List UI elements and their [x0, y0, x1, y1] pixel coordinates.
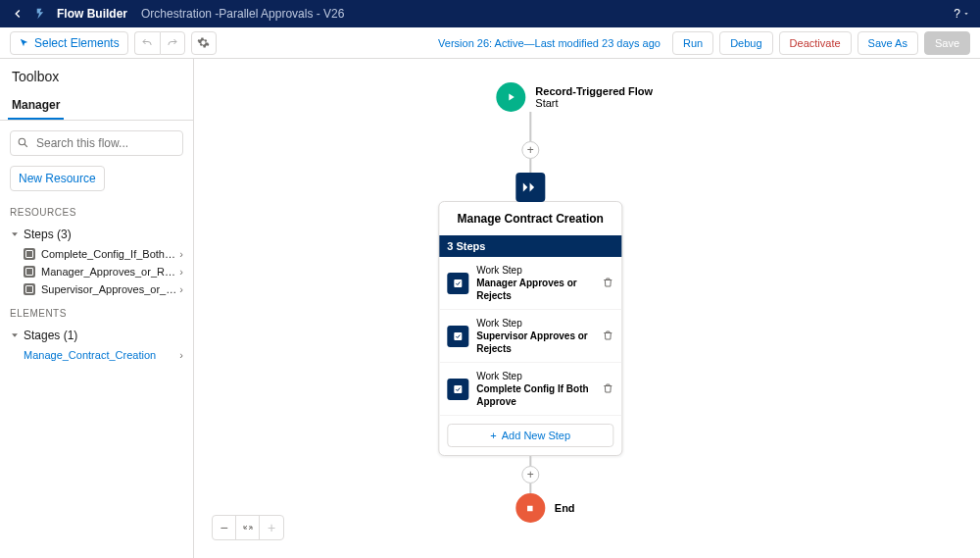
zoom-fit-button[interactable] — [236, 516, 260, 539]
delete-step-button[interactable] — [602, 275, 613, 292]
plus-icon: + — [490, 430, 496, 441]
flow-name: Orchestration -Parallel Approvals - V26 — [141, 7, 344, 21]
work-step-icon — [447, 379, 468, 400]
zoom-controls: − + — [212, 515, 284, 540]
deactivate-button[interactable]: Deactivate — [779, 31, 852, 55]
svg-point-0 — [19, 138, 25, 145]
stop-icon — [524, 503, 535, 514]
resources-header: RESOURCES — [10, 207, 183, 218]
trash-icon — [602, 382, 613, 394]
save-as-button[interactable]: Save As — [858, 31, 918, 55]
chevron-down-icon — [10, 229, 20, 239]
zoom-in-button[interactable]: + — [260, 516, 283, 539]
chevron-right-icon: › — [179, 248, 183, 260]
delete-step-button[interactable] — [602, 380, 613, 398]
stages-group[interactable]: Stages (1) — [10, 325, 183, 346]
stage-arrows-icon — [521, 180, 539, 194]
undo-icon — [141, 37, 153, 49]
redo-icon — [167, 37, 178, 49]
settings-button[interactable] — [191, 31, 217, 55]
step-row[interactable]: Work StepComplete Config If Both Approve — [439, 363, 621, 416]
chevron-right-icon: › — [179, 349, 183, 361]
cursor-icon — [19, 37, 29, 48]
trash-icon — [602, 330, 613, 341]
work-step-icon — [447, 273, 468, 294]
app-name: Flow Builder — [57, 7, 127, 21]
sidebar-item-step[interactable]: Complete_Config_If_Both_Approve› — [10, 245, 183, 263]
work-step-icon — [447, 326, 468, 347]
resource-icon — [24, 266, 35, 278]
help-button[interactable]: ? — [954, 7, 970, 21]
chevron-right-icon: › — [179, 283, 183, 295]
resource-icon — [24, 283, 35, 295]
trash-icon — [602, 277, 613, 288]
chevron-down-icon — [10, 330, 20, 340]
stage-card[interactable]: Manage Contract Creation 3 Steps Work St… — [438, 201, 622, 456]
svg-rect-1 — [454, 279, 462, 287]
svg-rect-3 — [454, 385, 462, 393]
tab-manager[interactable]: Manager — [8, 92, 64, 120]
resource-icon — [24, 248, 35, 260]
app-icon — [35, 7, 49, 21]
fit-icon — [242, 522, 254, 533]
canvas[interactable]: Record-Triggered Flow Start + Manage Con… — [194, 59, 980, 558]
toolbox-title: Toolbox — [0, 59, 193, 92]
step-row[interactable]: Work StepManager Approves or Rejects — [439, 257, 621, 310]
undo-button[interactable] — [134, 31, 160, 55]
redo-button[interactable] — [160, 31, 185, 55]
run-button[interactable]: Run — [672, 31, 713, 55]
save-button[interactable]: Save — [924, 31, 970, 55]
steps-group[interactable]: Steps (3) — [10, 224, 183, 245]
add-step-button[interactable]: + Add New Step — [447, 424, 613, 447]
add-node-button[interactable]: + — [521, 466, 539, 483]
back-button[interactable] — [10, 6, 25, 22]
delete-step-button[interactable] — [602, 328, 613, 345]
play-icon — [505, 91, 516, 103]
sidebar-item-step[interactable]: Manager_Approves_or_Rejects› — [10, 263, 183, 280]
svg-rect-4 — [527, 505, 533, 511]
version-text[interactable]: Version 26: Active—Last modified 23 days… — [438, 37, 661, 49]
sidebar-item-step[interactable]: Supervisor_Approves_or_Rejects› — [10, 280, 183, 298]
end-label: End — [555, 502, 575, 514]
stage-title: Manage Contract Creation — [439, 202, 621, 235]
zoom-out-button[interactable]: − — [213, 516, 236, 539]
step-row[interactable]: Work StepSupervisor Approves or Rejects — [439, 310, 621, 363]
start-node[interactable] — [496, 82, 525, 112]
elements-header: ELEMENTS — [10, 308, 183, 319]
search-input[interactable] — [10, 130, 183, 156]
gear-icon — [197, 36, 210, 49]
svg-rect-2 — [454, 332, 462, 340]
chevron-right-icon: › — [179, 266, 183, 278]
stage-icon — [515, 173, 545, 202]
search-icon — [17, 136, 29, 149]
debug-button[interactable]: Debug — [719, 31, 772, 55]
select-elements-button[interactable]: Select Elements — [10, 31, 128, 55]
stage-steps-bar: 3 Steps — [439, 235, 621, 257]
start-label: Record-Triggered Flow Start — [535, 85, 653, 109]
new-resource-button[interactable]: New Resource — [10, 166, 105, 191]
sidebar-item-stage[interactable]: Manage_Contract_Creation› — [10, 346, 183, 364]
end-node[interactable] — [515, 493, 545, 523]
add-node-button[interactable]: + — [521, 141, 539, 159]
